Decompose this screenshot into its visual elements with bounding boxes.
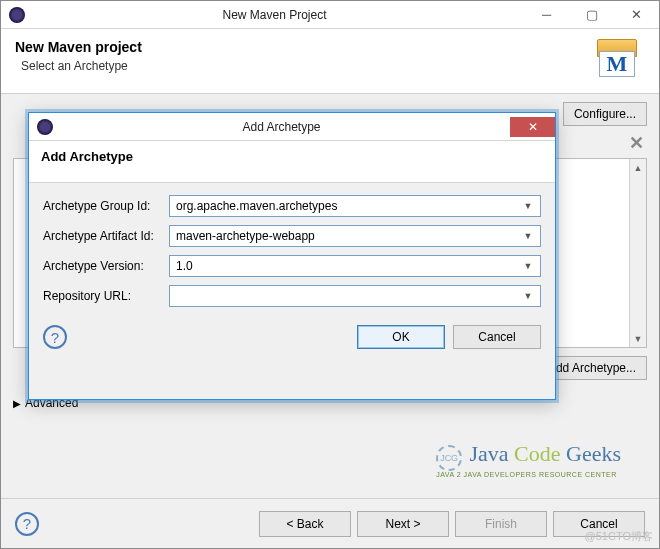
help-icon[interactable]: ? <box>15 512 39 536</box>
corner-watermark: @51CTO博客 <box>585 529 653 544</box>
dialog-titlebar: Add Archetype ✕ <box>29 113 555 141</box>
clear-filter-icon[interactable]: ✕ <box>625 132 647 154</box>
chevron-down-icon[interactable]: ▼ <box>520 291 536 301</box>
close-button[interactable]: ✕ <box>614 5 659 25</box>
version-input[interactable] <box>174 258 520 274</box>
dialog-footer: ? OK Cancel <box>29 319 555 359</box>
dialog-title: Add Archetype <box>53 120 510 134</box>
maven-wizard-icon: M <box>593 39 641 79</box>
version-combo[interactable]: ▼ <box>169 255 541 277</box>
add-archetype-dialog: Add Archetype ✕ Add Archetype Archetype … <box>28 112 556 400</box>
wizard-header: New Maven project Select an Archetype M <box>1 29 659 94</box>
watermark-tagline: Java 2 Java Developers Resource Center <box>436 471 621 478</box>
artifact-id-label: Archetype Artifact Id: <box>43 229 163 243</box>
wizard-titlebar: New Maven Project ─ ▢ ✕ <box>1 1 659 29</box>
group-id-combo[interactable]: ▼ <box>169 195 541 217</box>
jcg-logo-icon: JCG <box>436 445 462 471</box>
scroll-down-icon[interactable]: ▼ <box>630 330 646 347</box>
repo-url-input[interactable] <box>174 288 520 304</box>
watermark-word-java: Java <box>469 441 508 466</box>
dialog-help-icon[interactable]: ? <box>43 325 67 349</box>
group-id-input[interactable] <box>174 198 520 214</box>
repo-url-combo[interactable]: ▼ <box>169 285 541 307</box>
next-button[interactable]: Next > <box>357 511 449 537</box>
wizard-header-subtitle: Select an Archetype <box>21 59 142 73</box>
chevron-down-icon[interactable]: ▼ <box>520 201 536 211</box>
dialog-close-button[interactable]: ✕ <box>510 117 555 137</box>
watermark-word-geeks: Geeks <box>566 441 621 466</box>
wizard-header-title: New Maven project <box>15 39 142 55</box>
expand-icon: ▶ <box>13 398 21 409</box>
repo-url-label: Repository URL: <box>43 289 163 303</box>
watermark: JCG Java Code Geeks Java 2 Java Develope… <box>436 441 621 478</box>
artifact-id-combo[interactable]: ▼ <box>169 225 541 247</box>
wizard-title: New Maven Project <box>25 8 524 22</box>
maximize-button[interactable]: ▢ <box>569 5 614 25</box>
list-scrollbar[interactable]: ▲ ▼ <box>629 159 646 347</box>
chevron-down-icon[interactable]: ▼ <box>520 231 536 241</box>
dialog-body: Archetype Group Id: ▼ Archetype Artifact… <box>29 183 555 319</box>
finish-button: Finish <box>455 511 547 537</box>
window-buttons: ─ ▢ ✕ <box>524 5 659 25</box>
minimize-button[interactable]: ─ <box>524 5 569 25</box>
dialog-header: Add Archetype <box>29 141 555 183</box>
ok-button[interactable]: OK <box>357 325 445 349</box>
watermark-word-code: Code <box>514 441 560 466</box>
dialog-cancel-button[interactable]: Cancel <box>453 325 541 349</box>
eclipse-icon <box>37 119 53 135</box>
version-label: Archetype Version: <box>43 259 163 273</box>
configure-button[interactable]: Configure... <box>563 102 647 126</box>
eclipse-icon <box>9 7 25 23</box>
scroll-up-icon[interactable]: ▲ <box>630 159 646 176</box>
chevron-down-icon[interactable]: ▼ <box>520 261 536 271</box>
wizard-footer: ? < Back Next > Finish Cancel <box>1 498 659 548</box>
group-id-label: Archetype Group Id: <box>43 199 163 213</box>
back-button[interactable]: < Back <box>259 511 351 537</box>
artifact-id-input[interactable] <box>174 228 520 244</box>
